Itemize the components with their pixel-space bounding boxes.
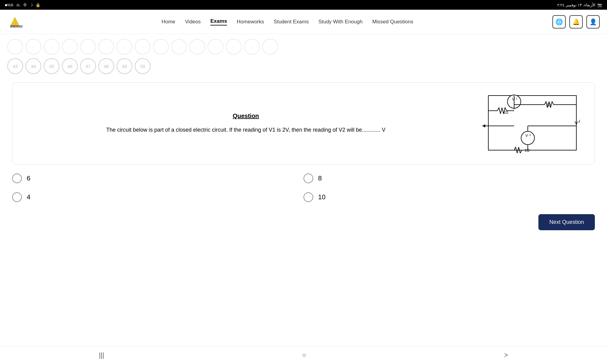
nav-links: Home Videos Exams Homeworks Student Exam… [161,18,413,25]
question-card: Question The circuit below is part of a … [12,83,595,164]
circle-50[interactable]: 50 [135,58,151,74]
circle-43[interactable]: 43 [7,58,23,74]
nav-icons: 🌐 🔔 👤 [552,15,600,29]
battery-icon: ■%9· [5,3,14,7]
circle-num[interactable]: · [135,39,151,55]
circle-num[interactable]: · [226,39,242,55]
radio-8[interactable] [304,174,313,183]
circle-49[interactable]: 49 [117,58,132,74]
bottom-nav: ||| ○ > [0,346,607,364]
circle-num[interactable]: · [7,39,23,55]
circle-num[interactable]: · [44,39,59,55]
bottom-menu-icon[interactable]: ||| [99,351,104,359]
circuit-svg: V 1 2Ω 2Ω I [479,93,582,153]
lock-icon: 🔒 [36,3,40,7]
question-title: Question [25,113,467,120]
bottom-forward-icon[interactable]: > [504,351,508,359]
question-body: The circuit below is part of a closed el… [25,126,467,134]
circle-num[interactable]: · [262,39,278,55]
radio-4[interactable] [12,192,22,202]
signal-icon: ılı. [16,3,21,7]
nav-videos[interactable]: Videos [185,19,201,25]
nav-student-exams[interactable]: Student Exams [274,19,309,25]
circle-num[interactable]: · [98,39,114,55]
bell-button[interactable]: 🔔 [569,15,583,29]
option-6-label: 6 [27,174,30,182]
circle-44[interactable]: 44 [25,58,41,74]
status-bar: ■%9· ılı. 令 ☽ 🔒 📷 الأربعاء، ١٣ نوفمبر ٢:… [0,0,607,10]
circle-num[interactable]: · [25,39,41,55]
svg-text:V: V [525,133,528,138]
nav-home[interactable]: Home [161,19,175,25]
nav-missed-questions[interactable]: Missed Questions [372,19,413,25]
circle-num[interactable]: · [62,39,78,55]
nav-homeworks[interactable]: Homeworks [237,19,264,25]
circle-47[interactable]: 47 [80,58,96,74]
user-button[interactable]: 👤 [586,15,600,29]
option-6[interactable]: 6 [12,174,304,183]
svg-text:V: V [512,97,515,101]
next-question-button[interactable]: Next Question [538,214,595,230]
options-grid: 6 8 4 10 [12,174,595,202]
svg-text:ENOUGH: ENOUGH [10,25,22,28]
status-right: 📷 الأربعاء، ١٣ نوفمبر ٢:٢٤ [557,3,602,7]
circle-46[interactable]: 46 [62,58,78,74]
svg-text:1: 1 [516,97,517,100]
radio-6[interactable] [12,174,22,183]
option-8[interactable]: 8 [304,174,595,183]
option-10[interactable]: 10 [304,192,595,202]
option-10-label: 10 [318,193,325,201]
moon-icon: ☽ [29,3,33,7]
bottom-home-icon[interactable]: ○ [302,351,306,359]
wifi-icon: 令 [23,2,27,8]
svg-point-2 [10,19,13,22]
logo-area: ENOUGH [7,14,22,29]
option-4-label: 4 [27,193,30,201]
circle-45[interactable]: 45 [44,58,59,74]
circle-48[interactable]: 48 [98,58,114,74]
svg-text:I: I [579,119,580,124]
circle-num[interactable]: · [80,39,96,55]
option-4[interactable]: 4 [12,192,304,202]
navbar: ENOUGH Home Videos Exams Homeworks Stude… [0,10,607,34]
circles-container: · · · · · · · · · · · · · · · 43 44 45 4… [0,34,607,76]
logo-icon: ENOUGH [7,14,22,29]
circle-num[interactable]: · [189,39,205,55]
datetime: الأربعاء، ١٣ نوفمبر ٢:٢٤ [557,3,595,7]
nav-exams[interactable]: Exams [210,18,227,25]
circuit-diagram: V 1 2Ω 2Ω I [479,93,582,154]
radio-10[interactable] [304,192,313,202]
circle-num[interactable]: · [117,39,132,55]
circle-num[interactable]: · [244,39,260,55]
nav-study-with-enough[interactable]: Study With Enough [318,19,363,25]
question-text-area: Question The circuit below is part of a … [25,113,467,134]
svg-marker-23 [482,124,485,127]
globe-button[interactable]: 🌐 [552,15,566,29]
circle-num[interactable]: · [208,39,223,55]
option-8-label: 8 [318,174,322,182]
circle-num[interactable]: · [153,39,169,55]
next-btn-area: Next Question [0,211,607,233]
circle-num[interactable]: · [171,39,187,55]
svg-text:2: 2 [529,133,531,136]
photo-icon: 📷 [597,3,602,7]
status-left: ■%9· ılı. 令 ☽ 🔒 [5,2,40,8]
